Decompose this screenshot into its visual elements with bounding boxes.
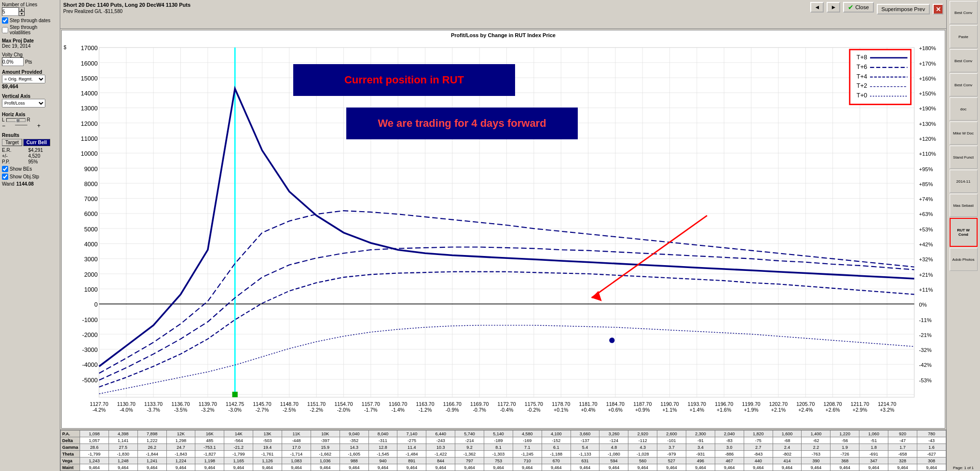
table-cell: -352 bbox=[340, 437, 368, 444]
volty-chg-input[interactable] bbox=[2, 57, 24, 66]
table-cell: 4.8 bbox=[599, 444, 628, 451]
taskbar-item-mas[interactable]: Mas Sebast bbox=[950, 194, 978, 217]
taskbar-item-paste[interactable]: Paste bbox=[950, 25, 978, 48]
table-cell: 12.8 bbox=[368, 444, 397, 451]
vertical-axis-dropdown[interactable]: Profit/Loss bbox=[2, 99, 45, 108]
horiz-minus[interactable]: − bbox=[2, 122, 5, 129]
taskbar-item-rut-cond[interactable]: RUT WCond bbox=[950, 218, 978, 247]
table-cell: 9,464 bbox=[888, 464, 917, 471]
table-cell: 3,260 bbox=[599, 431, 628, 437]
show-obj-stp-checkbox[interactable] bbox=[2, 174, 8, 180]
horiz-plus[interactable]: + bbox=[37, 122, 41, 129]
svg-text:+53%: +53% bbox=[919, 227, 933, 232]
show-bes-checkbox[interactable] bbox=[2, 166, 8, 172]
taskbar-item-adob[interactable]: Adob Photos bbox=[950, 248, 978, 271]
forward-button[interactable]: ► bbox=[827, 2, 840, 13]
table-cell: 9,464 bbox=[166, 464, 195, 471]
table-cell: 1,083 bbox=[282, 458, 311, 464]
table-cell: 12K bbox=[166, 431, 195, 437]
svg-text:+150%: +150% bbox=[919, 91, 936, 96]
target-button[interactable]: Target bbox=[2, 139, 22, 146]
taskbar-item-best-conv[interactable]: Best Conv bbox=[950, 1, 978, 24]
table-cell: 10.3 bbox=[426, 444, 455, 451]
svg-text:10000: 10000 bbox=[81, 150, 97, 157]
svg-text:+0.9%: +0.9% bbox=[635, 407, 650, 413]
table-row-label: P.A. bbox=[61, 431, 80, 437]
svg-text:-0.7%: -0.7% bbox=[473, 407, 486, 413]
table-cell: 5.4 bbox=[571, 444, 599, 451]
taskbar-item-doc[interactable]: doc bbox=[950, 97, 978, 121]
svg-text:11000: 11000 bbox=[81, 135, 97, 142]
table-cell: 19.4 bbox=[253, 444, 282, 451]
er-label: E.R. bbox=[2, 148, 26, 153]
table-cell: 1.7 bbox=[888, 444, 917, 451]
horiz-slider2[interactable]: ──── bbox=[15, 122, 27, 129]
table-cell: 1,243 bbox=[80, 458, 109, 464]
svg-text:7000: 7000 bbox=[84, 195, 97, 202]
table-cell: 467 bbox=[715, 458, 744, 464]
table-cell: 14.3 bbox=[340, 444, 368, 451]
chart-container: Profit/Loss by Change in RUT Index Price… bbox=[61, 30, 945, 429]
svg-text:T+8: T+8 bbox=[857, 54, 867, 61]
svg-rect-83 bbox=[232, 392, 238, 397]
right-taskbar: Best Conv Paste Best Conv Best Conv doc … bbox=[946, 0, 980, 471]
table-cell: 797 bbox=[455, 458, 484, 464]
max-proj-date-value: Dec 19, 2014 bbox=[2, 43, 58, 49]
table-cell: -931 bbox=[686, 451, 715, 458]
svg-text:17000: 17000 bbox=[81, 44, 97, 52]
amount-dropdown[interactable]: = Orig. Regmt. bbox=[2, 75, 45, 83]
svg-text:1181.70: 1181.70 bbox=[579, 401, 597, 407]
num-lines-input[interactable] bbox=[2, 7, 19, 16]
table-cell: 988 bbox=[340, 458, 368, 464]
svg-text:-0.4%: -0.4% bbox=[500, 407, 514, 413]
svg-text:+3.2%: +3.2% bbox=[880, 407, 895, 413]
svg-text:1175.70: 1175.70 bbox=[525, 401, 543, 407]
table-cell: 5,740 bbox=[455, 431, 484, 437]
table-cell: -1,714 bbox=[282, 451, 311, 458]
close-button[interactable]: ✔ Close bbox=[843, 2, 873, 13]
num-lines-label: Number of Lines bbox=[2, 2, 37, 7]
svg-text:1160.70: 1160.70 bbox=[389, 401, 407, 407]
table-cell: -137 bbox=[571, 437, 599, 444]
table-cell: 6,440 bbox=[426, 431, 455, 437]
table-cell: 496 bbox=[686, 458, 715, 464]
taskbar-item-best-conv2[interactable]: Best Conv bbox=[950, 49, 978, 72]
taskbar-item-mike-doc[interactable]: Mike W Doc bbox=[950, 121, 978, 145]
table-cell: 1,248 bbox=[109, 458, 137, 464]
table-cell: -564 bbox=[224, 437, 253, 444]
svg-text:-0.9%: -0.9% bbox=[446, 407, 459, 413]
table-cell: -1,422 bbox=[426, 451, 455, 458]
step-dates-checkbox[interactable] bbox=[2, 17, 8, 24]
table-cell: 9,464 bbox=[830, 464, 859, 471]
table-cell: -886 bbox=[715, 451, 744, 458]
taskbar-item-stand-funct[interactable]: Stand Funct bbox=[950, 146, 978, 169]
table-cell: 1,126 bbox=[253, 458, 282, 464]
num-lines-down[interactable]: ▼ bbox=[19, 12, 25, 16]
table-cell: 4,398 bbox=[109, 431, 137, 437]
close-x-button[interactable]: ✕ bbox=[933, 4, 943, 14]
svg-text:+42%: +42% bbox=[919, 242, 933, 247]
table-cell: 3.0 bbox=[715, 444, 744, 451]
back-button[interactable]: ◄ bbox=[810, 2, 824, 13]
taskbar-item-2014[interactable]: 2014-11 bbox=[950, 170, 978, 193]
table-cell: 9,464 bbox=[657, 464, 686, 471]
horiz-R: R bbox=[27, 117, 30, 122]
svg-text:-0.2%: -0.2% bbox=[527, 407, 541, 413]
curr-bell-button[interactable]: Curr Bell bbox=[23, 139, 50, 146]
superimpose-button[interactable]: Superimpose Prev bbox=[877, 4, 930, 14]
table-cell: -1,362 bbox=[455, 451, 484, 458]
table-cell: 1,600 bbox=[773, 431, 802, 437]
step-vol-checkbox[interactable] bbox=[2, 27, 8, 33]
table-cell: -152 bbox=[542, 437, 571, 444]
horiz-slider[interactable] bbox=[6, 118, 26, 122]
table-cell: 9,464 bbox=[282, 464, 311, 471]
taskbar-item-best-conv3[interactable]: Best Conv bbox=[950, 73, 978, 96]
table-cell: -1,799 bbox=[80, 451, 109, 458]
num-lines-up[interactable]: ▲ bbox=[19, 7, 25, 12]
table-cell: 9,040 bbox=[340, 431, 368, 437]
table-cell: -43 bbox=[917, 437, 946, 444]
table-cell: 527 bbox=[657, 458, 686, 464]
er-value: $4,291 bbox=[28, 148, 58, 153]
table-row-label: Gamma bbox=[61, 444, 80, 451]
table-cell: 9,464 bbox=[917, 464, 946, 471]
